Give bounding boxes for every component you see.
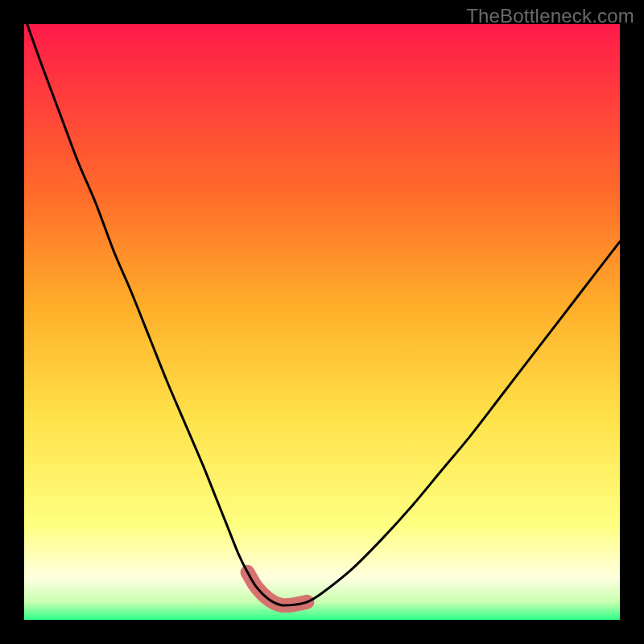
gradient-background [24, 24, 620, 620]
watermark-text: TheBottleneck.com [466, 5, 634, 27]
bottleneck-chart [24, 24, 620, 620]
plot-area [24, 24, 620, 620]
chart-frame: TheBottleneck.com [0, 0, 644, 644]
